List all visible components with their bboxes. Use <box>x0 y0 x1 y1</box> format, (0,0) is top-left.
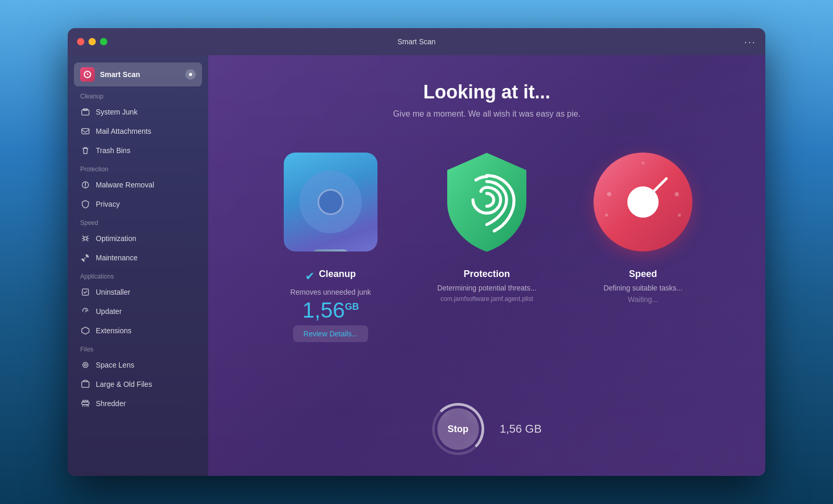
sidebar-item-extensions[interactable]: Extensions <box>74 321 202 340</box>
traffic-lights <box>77 38 107 45</box>
app-window: Smart Scan ··· Smart Scan Cleanup <box>68 28 765 476</box>
section-label-speed: Speed <box>68 214 208 229</box>
protection-shield-icon <box>437 150 536 254</box>
svg-point-14 <box>605 213 608 217</box>
large-old-files-label: Large & Old Files <box>96 380 152 388</box>
space-lens-icon <box>80 360 91 370</box>
close-button[interactable] <box>77 38 84 45</box>
shredder-icon <box>80 398 91 409</box>
svg-point-15 <box>675 192 679 196</box>
cleanup-disk-icon <box>284 153 377 251</box>
sidebar-item-mail-attachments[interactable]: Mail Attachments <box>74 122 202 141</box>
cleanup-card-title: Cleanup <box>319 269 356 280</box>
shredder-label: Shredder <box>96 399 126 408</box>
mail-attachments-icon <box>80 126 91 136</box>
sidebar-item-privacy[interactable]: Privacy <box>74 195 202 213</box>
system-junk-label: System Junk <box>96 108 137 116</box>
titlebar-title: Smart Scan <box>397 37 435 46</box>
speedo-center <box>627 186 659 218</box>
sidebar: Smart Scan Cleanup System Junk <box>68 55 208 476</box>
speed-card-title: Speed <box>629 269 657 280</box>
size-display: 1,56 GB <box>500 422 542 436</box>
svg-point-5 <box>84 237 87 240</box>
sidebar-item-shredder[interactable]: Shredder <box>74 394 202 413</box>
sidebar-item-smart-scan[interactable]: Smart Scan <box>74 62 202 86</box>
extensions-label: Extensions <box>96 326 131 335</box>
extensions-icon <box>80 325 91 336</box>
sidebar-item-malware-removal[interactable]: Malware Removal <box>74 175 202 194</box>
speedometer-icon <box>594 153 692 251</box>
maximize-button[interactable] <box>100 38 107 45</box>
system-junk-icon <box>80 107 91 117</box>
speed-card: Speed Defining suitable tasks... Waiting… <box>575 150 711 342</box>
titlebar: Smart Scan ··· <box>68 28 765 55</box>
cleanup-icon-wrap <box>279 150 383 254</box>
svg-point-8 <box>83 362 88 368</box>
optimization-icon <box>80 233 91 244</box>
svg-point-9 <box>84 364 86 366</box>
uninstaller-label: Uninstaller <box>96 288 130 296</box>
svg-point-17 <box>641 161 645 165</box>
maintenance-label: Maintenance <box>96 254 137 262</box>
minimize-button[interactable] <box>89 38 96 45</box>
speed-status: Defining suitable tasks... <box>603 284 683 292</box>
protection-icon-wrap <box>435 150 539 254</box>
sidebar-item-optimization[interactable]: Optimization <box>74 229 202 248</box>
more-options-button[interactable]: ··· <box>744 36 756 48</box>
cards-row: ✔ Cleanup Removes unneeded junk 1,56GB R… <box>229 150 744 342</box>
protection-sub: com.jamfsoftware.jamf.agent.plist <box>440 295 533 303</box>
speed-sub: Waiting... <box>628 295 658 304</box>
privacy-icon <box>80 199 91 209</box>
cleanup-title-row: ✔ Cleanup <box>305 269 356 284</box>
svg-rect-10 <box>82 382 89 387</box>
optimization-label: Optimization <box>96 234 136 243</box>
section-label-applications: Applications <box>68 268 208 282</box>
large-old-files-icon <box>80 379 91 389</box>
svg-rect-3 <box>82 129 89 134</box>
sidebar-item-system-junk[interactable]: System Junk <box>74 103 202 121</box>
svg-point-16 <box>678 213 681 217</box>
panel-subtitle: Give me a moment. We all wish it was eas… <box>393 109 580 119</box>
sidebar-item-large-old-files[interactable]: Large & Old Files <box>74 375 202 394</box>
stop-button[interactable]: Stop <box>437 408 479 450</box>
svg-point-13 <box>607 192 611 196</box>
protection-card-title: Protection <box>463 269 510 280</box>
section-label-protection: Protection <box>68 160 208 175</box>
space-lens-label: Space Lens <box>96 361 134 369</box>
updater-label: Updater <box>96 307 122 316</box>
cleanup-status: Removes unneeded junk <box>291 288 371 296</box>
panel-title: Looking at it... <box>423 81 550 103</box>
cleanup-size: 1,56GB <box>302 299 359 321</box>
smart-scan-label: Smart Scan <box>100 70 140 79</box>
stop-button-wrap: Stop <box>432 403 484 455</box>
svg-marker-7 <box>82 327 89 334</box>
sidebar-item-updater[interactable]: Updater <box>74 302 202 321</box>
section-label-cleanup: Cleanup <box>68 87 208 102</box>
protection-status: Determining potential threats... <box>437 284 537 292</box>
speed-icon-wrap <box>591 150 695 254</box>
trash-bins-label: Trash Bins <box>96 146 130 155</box>
sidebar-item-space-lens[interactable]: Space Lens <box>74 356 202 374</box>
svg-point-0 <box>189 73 192 76</box>
review-details-button[interactable]: Review Details... <box>293 325 368 342</box>
smart-scan-icon <box>80 67 95 82</box>
protection-card: Protection Determining potential threats… <box>419 150 554 342</box>
right-panel: Looking at it... Give me a moment. We al… <box>208 55 765 476</box>
smart-scan-badge <box>185 69 196 80</box>
uninstaller-icon <box>80 287 91 297</box>
malware-removal-label: Malware Removal <box>96 181 154 189</box>
sidebar-item-trash-bins[interactable]: Trash Bins <box>74 141 202 160</box>
cleanup-check-icon: ✔ <box>305 270 314 283</box>
svg-rect-12 <box>83 400 88 402</box>
malware-removal-icon <box>80 180 91 190</box>
cleanup-card: ✔ Cleanup Removes unneeded junk 1,56GB R… <box>263 150 398 342</box>
sidebar-item-maintenance[interactable]: Maintenance <box>74 248 202 267</box>
privacy-label: Privacy <box>96 200 120 208</box>
updater-icon <box>80 306 91 317</box>
mail-attachments-label: Mail Attachments <box>96 127 152 135</box>
section-label-files: Files <box>68 341 208 355</box>
bottom-bar: Stop 1,56 GB <box>229 388 744 455</box>
main-content: Smart Scan Cleanup System Junk <box>68 55 765 476</box>
maintenance-icon <box>80 253 91 263</box>
sidebar-item-uninstaller[interactable]: Uninstaller <box>74 283 202 301</box>
